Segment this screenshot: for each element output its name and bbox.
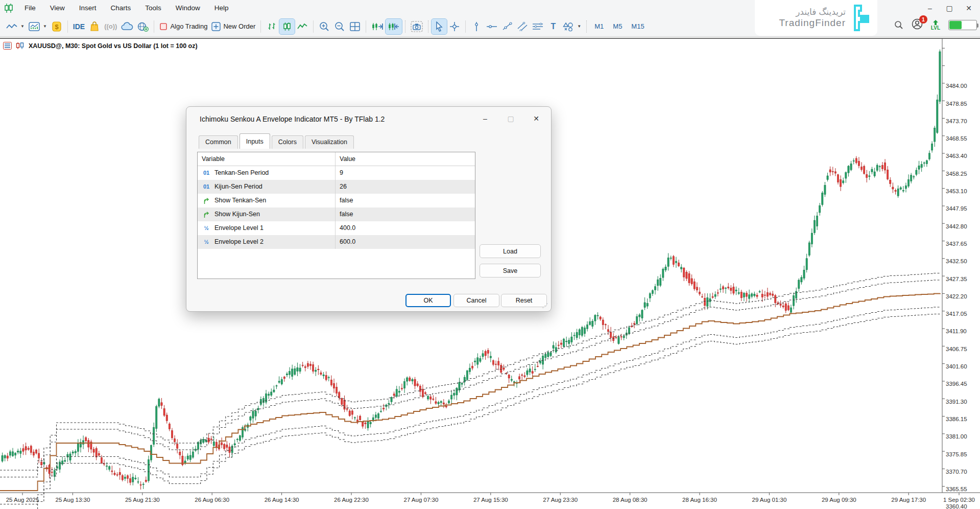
text-tool-button[interactable]: T xyxy=(545,19,561,34)
timeframe-m15-button[interactable]: M15 xyxy=(627,19,649,34)
variable-value[interactable]: 400.0 xyxy=(336,221,475,235)
bar-chart-button[interactable] xyxy=(264,19,279,34)
chart-shortcut-icon[interactable] xyxy=(16,42,25,50)
market-button[interactable] xyxy=(87,19,102,34)
candlestick-chart-button[interactable] xyxy=(279,19,295,34)
timeframe-m1-button[interactable]: M1 xyxy=(590,19,608,34)
window-close-button[interactable]: ✕ xyxy=(962,2,976,14)
cancel-button[interactable]: Cancel xyxy=(453,294,499,307)
menu-window[interactable]: Window xyxy=(169,0,207,16)
time-tick: 26 Aug 14:30 xyxy=(265,497,299,503)
level-indicator[interactable]: LVL xyxy=(931,20,940,31)
menu-help[interactable]: Help xyxy=(207,0,236,16)
channel-button[interactable] xyxy=(515,19,530,34)
time-axis[interactable]: 25 Aug 202525 Aug 13:3025 Aug 21:3026 Au… xyxy=(0,493,980,509)
new-order-button[interactable]: New Order xyxy=(209,19,257,34)
price-tick: 3458.25 xyxy=(946,170,979,177)
price-tick: 3447.95 xyxy=(946,205,979,212)
price-tick: 3478.85 xyxy=(946,100,979,107)
table-row[interactable]: Show Kijun-Senfalse xyxy=(198,207,475,221)
variable-value[interactable]: 26 xyxy=(336,180,475,194)
save-button[interactable]: Save xyxy=(480,264,541,277)
column-variable[interactable]: Variable xyxy=(198,152,336,166)
vertical-line-button[interactable] xyxy=(469,19,484,34)
dialog-minimize-button[interactable]: – xyxy=(477,112,493,125)
camera-icon xyxy=(411,21,423,32)
time-tick: 28 Aug 08:30 xyxy=(613,497,648,503)
load-button[interactable]: Load xyxy=(480,244,541,258)
double-icon: ½ xyxy=(202,221,211,235)
currency-button[interactable]: $ xyxy=(49,19,64,34)
tile-windows-button[interactable] xyxy=(347,19,363,34)
menu-insert[interactable]: Insert xyxy=(72,0,104,16)
indicators-button[interactable]: ▼ xyxy=(27,19,49,34)
journal-icon[interactable] xyxy=(3,42,12,50)
horizontal-line-button[interactable] xyxy=(484,19,499,34)
time-tick: 27 Aug 15:30 xyxy=(473,497,508,503)
ok-button[interactable]: OK xyxy=(405,294,451,307)
tab-common[interactable]: Common xyxy=(199,135,238,149)
price-tick: 3484.00 xyxy=(946,82,979,89)
screenshot-button[interactable] xyxy=(409,19,425,34)
variable-value[interactable]: 9 xyxy=(336,166,475,180)
signals-button[interactable]: ((o)) xyxy=(102,19,119,34)
bool-icon xyxy=(202,197,211,204)
menu-view[interactable]: View xyxy=(43,0,72,16)
shapes-icon xyxy=(563,21,574,32)
table-row[interactable]: 01Kijun-Sen Period26 xyxy=(198,180,475,194)
shift-end-button[interactable] xyxy=(369,19,386,34)
vps-button[interactable] xyxy=(135,19,151,34)
table-row[interactable]: ½Envelope Level 2600.0 xyxy=(198,235,475,249)
window-maximize-button[interactable]: ▢ xyxy=(942,2,957,14)
menu-charts[interactable]: Charts xyxy=(104,0,138,16)
menu-file[interactable]: File xyxy=(17,0,43,16)
column-value[interactable]: Value xyxy=(336,152,475,166)
line-style-button[interactable]: ▼ xyxy=(4,19,27,34)
ide-icon: IDE xyxy=(73,22,85,31)
menu-tools[interactable]: Tools xyxy=(138,0,169,16)
table-row[interactable]: ½Envelope Level 1400.0 xyxy=(198,221,475,235)
price-tick: 3437.65 xyxy=(946,240,979,247)
variable-name: Show Kijun-Sen xyxy=(214,207,260,221)
dialog-close-button[interactable]: ✕ xyxy=(529,112,544,125)
new-order-label: New Order xyxy=(223,22,255,30)
fibonacci-button[interactable] xyxy=(530,19,545,34)
variable-value[interactable]: false xyxy=(336,207,475,221)
price-tick: 3375.85 xyxy=(946,451,979,458)
trendline-button[interactable] xyxy=(499,19,515,34)
cloud-button[interactable] xyxy=(119,19,135,34)
line-chart-button[interactable] xyxy=(295,19,310,34)
tab-visualization[interactable]: Visualization xyxy=(305,135,354,149)
zigzag-icon xyxy=(6,22,17,31)
dialog-title: Ichimoku Senkou A Envelope Indicator MT5… xyxy=(200,115,385,123)
algo-trading-button[interactable]: Algo Trading xyxy=(157,19,209,34)
resize-grip[interactable]: ⋰ xyxy=(542,302,548,309)
algo-trading-label: Algo Trading xyxy=(170,22,207,30)
cursor-button[interactable] xyxy=(432,19,447,34)
table-row[interactable]: Show Tenkan-Senfalse xyxy=(198,194,475,207)
variable-name: Kijun-Sen Period xyxy=(214,180,262,194)
window-minimize-button[interactable]: – xyxy=(923,2,937,14)
time-tick: 29 Aug 09:30 xyxy=(822,497,856,503)
time-tick: 25 Aug 21:30 xyxy=(125,497,160,503)
ide-button[interactable]: IDE xyxy=(71,19,87,34)
time-tick: 26 Aug 22:30 xyxy=(334,497,369,503)
user-avatar[interactable]: 1 xyxy=(912,18,923,32)
dialog-maximize-button[interactable]: ▢ xyxy=(503,112,518,125)
reset-button[interactable]: Reset xyxy=(501,294,547,307)
tab-colors[interactable]: Colors xyxy=(272,135,303,149)
price-tick: 3396.45 xyxy=(946,380,979,387)
variable-value[interactable]: false xyxy=(336,194,475,207)
tab-inputs[interactable]: Inputs xyxy=(240,133,270,149)
variable-value[interactable]: 600.0 xyxy=(336,235,475,249)
zoom-out-icon xyxy=(334,21,345,32)
crosshair-button[interactable] xyxy=(447,19,462,34)
auto-scroll-button[interactable] xyxy=(386,19,402,34)
zoom-in-button[interactable] xyxy=(317,19,332,34)
shapes-button[interactable]: ▼ xyxy=(561,19,583,34)
timeframe-m5-button[interactable]: M5 xyxy=(608,19,627,34)
price-tick: 3386.15 xyxy=(946,415,979,423)
table-row[interactable]: 01Tenkan-Sen Period9 xyxy=(198,166,475,180)
zoom-out-button[interactable] xyxy=(332,19,347,34)
search-icon[interactable] xyxy=(894,20,903,30)
